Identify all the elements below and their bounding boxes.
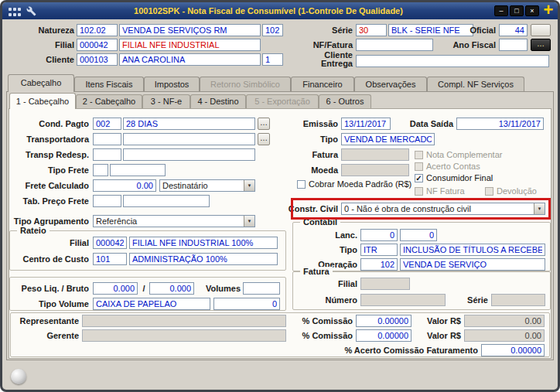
contabil-tipo-code-field[interactable] (360, 244, 398, 256)
lanc-label: Lanc. (295, 229, 357, 241)
serie-label: Série (294, 24, 353, 36)
natureza-num-field[interactable] (262, 24, 283, 36)
cliente-entrega-field[interactable] (356, 55, 549, 67)
operacao-code-field[interactable] (360, 258, 398, 271)
subtab-1-cabecalho[interactable]: 1 - Cabeçalho (9, 93, 76, 109)
ano-fiscal-browse-button[interactable]: … (531, 39, 551, 51)
filial-code-field[interactable] (77, 39, 118, 51)
emissao-field[interactable] (341, 118, 391, 130)
subtab-6-outros[interactable]: 6 - Outros (319, 94, 371, 108)
cliente-num-field[interactable] (262, 53, 283, 66)
checkbox-label: NF Fatura (426, 186, 465, 196)
frete-calculado-field[interactable] (93, 179, 156, 192)
subtab-5-exportacao: 5 - Exportação (246, 94, 319, 108)
chevron-down-icon[interactable]: ▼ (244, 180, 254, 191)
cond-pagto-code-field[interactable] (93, 118, 121, 130)
subtab-4-destino[interactable]: 4 - Destino (190, 94, 246, 108)
transportadora-name-field[interactable] (123, 133, 255, 145)
close-button[interactable]: × (525, 5, 539, 16)
volumes-field[interactable] (243, 282, 280, 295)
consumidor-final-checkbox[interactable]: ✓ Consumidor Final (415, 173, 493, 182)
tipo-volume-field[interactable] (93, 298, 210, 310)
constr-civil-value: 0 - Não é obra de construção civil (344, 204, 471, 213)
volumes-label: Volumes (196, 282, 241, 295)
representante-label: Representante (9, 315, 79, 327)
tab-financeiro[interactable]: Financeiro (291, 77, 354, 91)
checkbox-box[interactable] (297, 180, 306, 189)
nf-fatura-field[interactable] (356, 39, 433, 51)
tab-compl-nf-servicos[interactable]: Compl. NF Serviços (427, 77, 524, 91)
tipo-volume-qty-field[interactable] (213, 298, 280, 310)
cliente-name-field[interactable] (119, 53, 261, 66)
chevron-down-icon[interactable]: ▼ (244, 216, 254, 227)
subtab-2-cabecalho[interactable]: 2 - Cabeçalho (76, 94, 142, 108)
frete-calculado-label: Frete Calculado (8, 179, 89, 192)
filial-name-field[interactable] (119, 39, 261, 51)
peso-liquido-field[interactable] (93, 282, 138, 295)
subtab-3-nfe[interactable]: 3 - NF-e (142, 94, 190, 108)
devolucao-checkbox: Devolução (485, 186, 537, 196)
serie-code-field[interactable] (356, 24, 387, 36)
transp-redesp-name-field[interactable] (123, 148, 255, 161)
natureza-code-field[interactable] (77, 24, 118, 36)
tab-itens-fiscais[interactable]: Itens Fiscais (74, 77, 144, 91)
tab-observacoes[interactable]: Observações (354, 77, 427, 91)
acerto-comissao-field[interactable] (481, 344, 545, 356)
tab-preco-frete-code-field[interactable] (93, 195, 121, 207)
tab-impostos[interactable]: Impostos (144, 77, 200, 91)
nf-fatura-label: NF/Fatura (294, 39, 353, 51)
checkbox-box (485, 187, 493, 196)
gerente-pct-field[interactable] (356, 329, 411, 342)
cliente-entrega-label: Cliente Entrega (294, 51, 353, 68)
rateio-legend: Rateio (17, 226, 50, 235)
lanc-field-2[interactable] (400, 229, 437, 241)
serie-browse-button[interactable] (531, 24, 551, 36)
tipo-frete-name-field[interactable] (110, 164, 166, 176)
maximize-button[interactable]: □ (510, 5, 524, 16)
checkbox-box[interactable]: ✓ (415, 174, 423, 182)
constr-civil-select[interactable]: 0 - Não é obra de construção civil ▼ (341, 203, 545, 215)
rateio-filial-code-field[interactable] (93, 237, 127, 249)
minimize-button[interactable]: – (494, 5, 508, 16)
cond-pagto-name-field[interactable] (123, 118, 255, 130)
cobrar-moeda-padrao-checkbox[interactable]: Cobrar Moeda Padrão (R$) (297, 179, 411, 189)
tipo-agrupamento-value: Referência (96, 216, 137, 226)
peso-label: Peso Liq. / Bruto (8, 282, 89, 295)
cond-pagto-browse-button[interactable]: … (258, 118, 270, 130)
chevron-down-icon[interactable]: ▼ (534, 203, 545, 214)
representante-pct-field[interactable] (356, 315, 411, 327)
tipo-field[interactable] (341, 133, 435, 145)
tipo-frete-code-field[interactable] (93, 164, 108, 176)
lanc-field-1[interactable] (360, 229, 398, 241)
ano-fiscal-field[interactable] (499, 39, 528, 51)
moeda-label: Moeda (278, 164, 338, 176)
data-saida-label: Data Saída (394, 118, 453, 130)
frete-modalidade-select[interactable]: Destinatário ▼ (159, 179, 255, 192)
centro-custo-code-field[interactable] (93, 253, 127, 265)
transp-redesp-code-field[interactable] (93, 148, 121, 161)
rateio-filial-name-field[interactable] (129, 237, 278, 249)
peso-bruto-field[interactable] (149, 282, 194, 295)
natureza-name-field[interactable] (119, 24, 261, 36)
tab-preco-frete-name-field[interactable] (123, 195, 210, 207)
transportadora-label: Transportadora (8, 133, 89, 145)
title-bar: 100102SPK - Nota Fiscal de Consumível (1… (2, 2, 558, 19)
operacao-name-field[interactable] (400, 258, 545, 271)
wrench-icon[interactable] (26, 5, 36, 19)
rateio-filial-label: Filial (8, 237, 89, 249)
fatura-label: Fatura (278, 148, 338, 161)
data-saida-field[interactable] (456, 118, 544, 130)
transportadora-code-field[interactable] (93, 133, 121, 145)
checkbox-label: Acerto Contas (426, 162, 480, 171)
tipo-agrupamento-select[interactable]: Referência ▼ (93, 215, 255, 227)
transportadora-browse-button[interactable]: … (258, 133, 270, 145)
cliente-entrega-label-line2: Entrega (294, 60, 353, 68)
oficial-field[interactable] (499, 24, 528, 36)
new-record-button[interactable]: + (541, 0, 556, 21)
app-grid-icon[interactable] (9, 6, 21, 20)
centro-custo-name-field[interactable] (129, 253, 278, 265)
contabil-tipo-name-field[interactable] (400, 244, 545, 256)
representante-valor-field (464, 315, 545, 327)
tab-cabecalho[interactable]: Cabeçalho (8, 74, 74, 92)
cliente-code-field[interactable] (77, 53, 118, 66)
